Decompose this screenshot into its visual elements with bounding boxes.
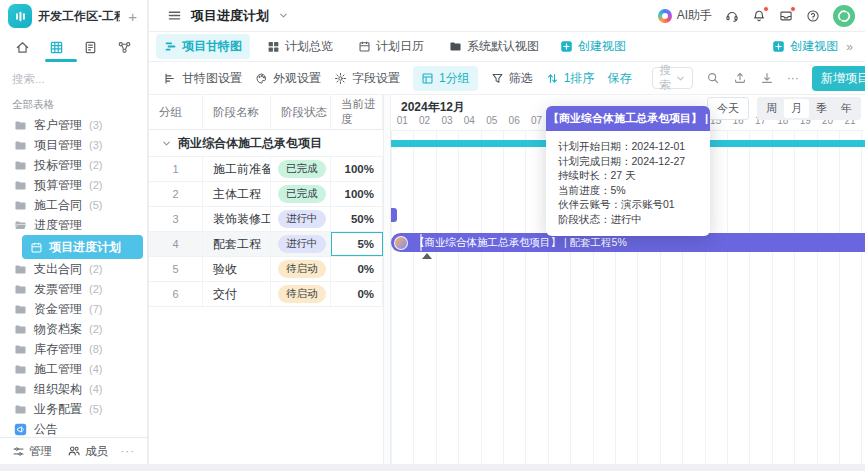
filter-button[interactable]: 筛选 — [491, 70, 533, 87]
progress-marker-triangle[interactable] — [422, 253, 432, 259]
main-area: 项目进度计划 AI助手 — [149, 0, 865, 464]
collapse-chevron-icon[interactable] — [161, 138, 172, 149]
tab-plan-overview[interactable]: 计划总览 — [259, 34, 341, 59]
tab-system-default-view[interactable]: 系统默认视图 — [441, 34, 547, 59]
inbox-button[interactable] — [779, 9, 793, 23]
sidebar-search-input[interactable]: 搜索... — [0, 62, 147, 87]
new-record-button[interactable]: 新增项目进度计划 — [812, 66, 865, 91]
sidebar-item-bidding[interactable]: 投标管理(2) — [0, 155, 147, 175]
sidebar-footer: 管理 成员 ··· — [0, 437, 147, 464]
table-row[interactable]: 2 主体工程 已完成 100% — [149, 182, 383, 207]
home-icon[interactable] — [15, 40, 30, 55]
column-header-group[interactable]: 分组 — [149, 95, 203, 129]
table-row[interactable]: 6 交付 待启动 0% — [149, 282, 383, 307]
sidebar-item-announcements[interactable]: 公告 — [0, 419, 147, 439]
workspace-title[interactable]: 开发工作区-工程型... — [38, 8, 120, 25]
field-settings-button[interactable]: 字段设置 — [334, 70, 400, 87]
people-icon — [67, 444, 81, 458]
time-scale-switcher: 周 月 季 年 — [757, 97, 861, 120]
workflow-icon[interactable] — [117, 40, 132, 55]
folder-icon — [14, 323, 27, 336]
chevron-down-icon — [675, 73, 686, 84]
sidebar-item-construction-contracts[interactable]: 施工合同(5) — [0, 195, 147, 215]
sidebar-item-customers[interactable]: 客户管理(3) — [0, 115, 147, 135]
sidebar-item-inventory[interactable]: 库存管理(8) — [0, 339, 147, 359]
announcement-icon — [14, 423, 27, 436]
menu-icon[interactable] — [167, 8, 182, 23]
folder-icon — [14, 283, 27, 296]
scale-month-selected[interactable]: 月 — [784, 99, 809, 118]
tooltip-body: 计划开始日期：2024-12-01 计划完成日期：2024-12-27 持续时长… — [546, 131, 710, 236]
user-avatar[interactable] — [833, 5, 855, 27]
scale-week[interactable]: 周 — [759, 99, 784, 118]
ai-assistant-button[interactable]: AI助手 — [658, 7, 712, 24]
help-icon[interactable] — [806, 9, 820, 23]
notifications-button[interactable] — [752, 9, 766, 23]
import-icon[interactable] — [733, 71, 747, 85]
table-gantt-divider[interactable] — [383, 95, 391, 464]
footer-more-button[interactable]: ··· — [121, 445, 136, 457]
status-badge: 已完成 — [278, 185, 326, 203]
create-view-button-right[interactable]: 创建视图 » — [772, 38, 853, 55]
open-folder-icon — [14, 219, 27, 232]
members-button[interactable]: 成员 — [67, 444, 108, 459]
title-chevron-down-icon[interactable] — [278, 10, 289, 21]
status-badge: 进行中 — [278, 210, 326, 228]
save-button[interactable]: 保存 — [607, 70, 631, 87]
appearance-settings-button[interactable]: 外观设置 — [255, 70, 321, 87]
status-badge: 进行中 — [278, 235, 326, 253]
sort-button[interactable]: 1排序 — [546, 70, 595, 87]
sidebar-item-projects[interactable]: 项目管理(3) — [0, 135, 147, 155]
sidebar: 开发工作区-工程型... + 搜索... 全部表格 客户管理(3) 项目管理(3… — [0, 0, 148, 464]
status-badge: 已完成 — [278, 160, 326, 178]
header-actions: AI助手 — [658, 5, 855, 27]
folder-icon — [14, 139, 27, 152]
tab-plan-calendar[interactable]: 计划日历 — [350, 34, 432, 59]
today-button[interactable]: 今天 — [707, 97, 749, 120]
table-row[interactable]: 3 装饰装修工程 进行中 50% — [149, 207, 383, 232]
collapse-chevrons-icon[interactable]: » — [846, 40, 853, 54]
group-button[interactable]: 1分组 — [413, 66, 478, 91]
toolbar-more-button[interactable]: ··· — [787, 71, 799, 85]
sidebar-item-funds[interactable]: 资金管理(7) — [0, 299, 147, 319]
column-header-stage-name[interactable]: 阶段名称 — [203, 95, 271, 129]
assignee-avatar — [394, 236, 408, 250]
table-row[interactable]: 1 施工前准备 已完成 100% — [149, 157, 383, 182]
sidebar-item-materials[interactable]: 物资档案(2) — [0, 319, 147, 339]
sidebar-item-business-config[interactable]: 业务配置(5) — [0, 399, 147, 419]
sidebar-item-organization[interactable]: 组织架构(4) — [0, 379, 147, 399]
app-logo-icon[interactable] — [8, 4, 32, 28]
notification-badge — [763, 6, 769, 12]
tables-icon[interactable] — [49, 40, 64, 55]
search-input[interactable]: 搜索 — [652, 67, 693, 89]
sidebar-item-construction-management[interactable]: 施工管理(4) — [0, 359, 147, 379]
gantt-settings-button[interactable]: 甘特图设置 — [164, 70, 242, 87]
manage-button[interactable]: 管理 — [12, 444, 52, 459]
search-icon[interactable] — [706, 71, 720, 85]
bar-tooltip: 【商业综合体施工总承包项目】 | 计划开始日期：2024-12-01 计划完成日… — [546, 106, 710, 236]
sidebar-item-expense-contracts[interactable]: 支出合同(2) — [0, 259, 147, 279]
sidebar-item-project-schedule-selected[interactable]: 项目进度计划 — [22, 235, 143, 259]
add-workspace-icon[interactable]: + — [126, 9, 139, 24]
table-row[interactable]: 5 验收 待启动 0% — [149, 257, 383, 282]
scale-year[interactable]: 年 — [834, 99, 859, 118]
view-tabs-bar: 项目甘特图 计划总览 计划日历 系统默认视图 创建视图 创建视图 » — [149, 32, 865, 62]
docs-icon[interactable] — [83, 40, 98, 55]
stage-bar-partial[interactable] — [391, 208, 397, 222]
stage-bar-peitao[interactable]: 【商业综合体施工总承包项目】 | 配套工程5% — [391, 233, 865, 252]
support-headset-icon[interactable] — [725, 9, 739, 23]
folder-icon — [14, 363, 27, 376]
column-header-progress[interactable]: 当前进度 — [331, 95, 383, 129]
group-row[interactable]: 商业综合体施工总承包项目 — [149, 130, 383, 157]
status-badge: 待启动 — [278, 285, 326, 303]
tab-project-gantt[interactable]: 项目甘特图 — [156, 34, 250, 59]
sidebar-item-invoices[interactable]: 发票管理(2) — [0, 279, 147, 299]
scale-quarter[interactable]: 季 — [809, 99, 834, 118]
export-icon[interactable] — [760, 71, 774, 85]
table-row-selected[interactable]: 4 配套工程 进行中 5% — [149, 232, 383, 257]
create-view-button[interactable]: 创建视图 — [560, 38, 626, 55]
column-header-stage-status[interactable]: 阶段状态 — [271, 95, 331, 129]
selected-progress-cell[interactable]: 5% — [331, 232, 383, 256]
sidebar-item-budget[interactable]: 预算管理(2) — [0, 175, 147, 195]
sidebar-item-progress-management[interactable]: 进度管理 — [0, 215, 147, 235]
